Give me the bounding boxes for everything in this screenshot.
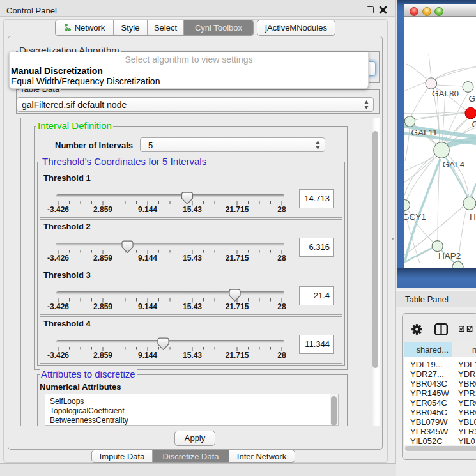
- svg-text:H: H: [470, 212, 476, 222]
- svg-text:C: C: [472, 119, 476, 129]
- svg-text:G.: G.: [469, 94, 476, 104]
- svg-text:GAL11: GAL11: [411, 128, 438, 137]
- svg-text:GAL4: GAL4: [443, 160, 465, 169]
- svg-text:GAL80: GAL80: [432, 89, 459, 98]
- svg-text:HAP2: HAP2: [438, 251, 461, 261]
- svg-text:GCY1: GCY1: [404, 212, 426, 222]
